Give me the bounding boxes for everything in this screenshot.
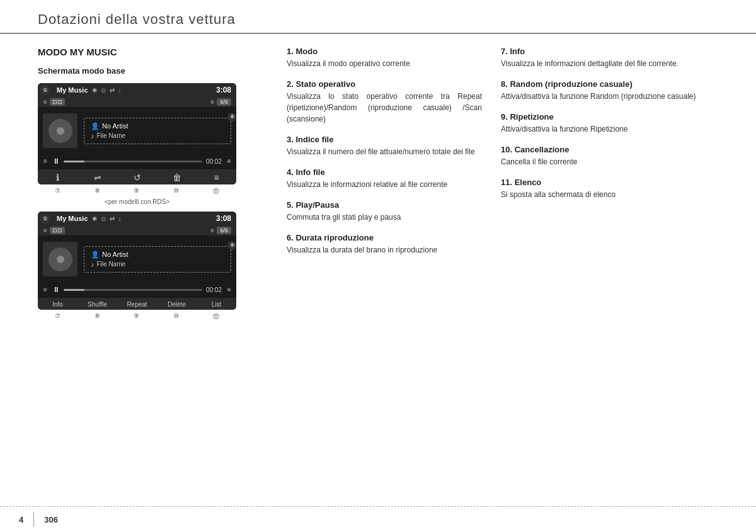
- screen1-btn-shuffle[interactable]: ⇌: [77, 173, 117, 183]
- screen1-note: <per modelli con RDS>: [38, 198, 236, 205]
- rdesc-8: 8. Random (riproduzione casuale) Attiva/…: [501, 79, 718, 102]
- screen2-sync-icon: ⊙: [101, 215, 106, 222]
- rdesc-9-title: 9. Ripetizione: [501, 112, 718, 122]
- desc-5: 5. Play/Pausa Commuta tra gli stati play…: [287, 200, 482, 223]
- screen1-title-area: My Music ✱ ⊙ ⇄ ↓: [43, 86, 122, 94]
- screen2-repeat-label: Repeat: [127, 301, 147, 308]
- delete-icon: 🗑: [157, 173, 197, 183]
- screen2-circle-4: ④: [227, 241, 236, 250]
- screen1-sub-left: ② ⊡⊡: [43, 98, 65, 106]
- middle-column: 1. Modo Visualizza il modo operativo cor…: [277, 47, 491, 321]
- screen2-track-box: ④ 👤 No Artist ♪ File Name: [84, 246, 231, 273]
- rdesc-9-body: Attiva/disattiva la funzione Ripetizione: [501, 123, 718, 135]
- screen2-btn-list[interactable]: List: [197, 301, 236, 308]
- circle-2-inline: ②: [43, 99, 47, 105]
- desc-2: 2. Stato operativo Visualizza lo stato o…: [287, 79, 482, 125]
- repeat-icon: ↺: [117, 173, 157, 183]
- rdesc-10-body: Cancella il file corrente: [501, 156, 718, 167]
- screen1-bottom-bar: ℹ ⇌ ↺ 🗑 ≡: [38, 169, 236, 184]
- screen1-time: 3:08: [216, 86, 231, 94]
- screen1-sync-icon: ⊙: [101, 87, 106, 94]
- screen2-top-bar: My Music ✱ ⊙ ⇄ ↓ 3:08: [38, 212, 236, 225]
- screen2-title: My Music: [57, 215, 88, 222]
- footer: 4 306: [0, 506, 756, 532]
- rdesc-11-title: 11. Elenco: [501, 178, 718, 187]
- rdesc-7-title: 7. Info: [501, 47, 718, 56]
- screen2-label-7: ⑦: [55, 312, 60, 321]
- screen1-btn-list[interactable]: ≡: [197, 173, 236, 183]
- desc-2-body: Visualizza lo stato operativo corrente t…: [287, 91, 482, 125]
- screen2-shuffle-label: Shuffle: [88, 301, 107, 308]
- screen1-play-pause[interactable]: ⏸: [52, 157, 60, 166]
- screen2-title-area: My Music ✱ ⊙ ⇄ ↓: [43, 215, 122, 222]
- screen2-down-icon: ↓: [118, 215, 122, 222]
- screen1-progress: ⑤ ⏸ 00:02 ⑥: [38, 154, 236, 169]
- screen1-top-bar: My Music ✱ ⊙ ⇄ ↓ 3:08: [38, 83, 236, 97]
- screen2-content: ④ 👤 No Artist ♪ File Name: [38, 235, 236, 283]
- screen1-btn-info[interactable]: ℹ: [38, 173, 77, 183]
- screen2-btn-shuffle[interactable]: Shuffle: [77, 301, 117, 308]
- screen2-sub-left: ② ⊡⊡: [43, 227, 65, 234]
- list-icon: ≡: [197, 173, 236, 183]
- screen2-delete-label: Delete: [168, 301, 186, 308]
- screen2-circle-2-inline: ②: [43, 228, 47, 234]
- screen2-info-label: Info: [52, 301, 63, 308]
- circle-1: ①: [40, 85, 50, 95]
- shuffle-icon: ⇌: [77, 173, 117, 183]
- music-screen-1: My Music ✱ ⊙ ⇄ ↓ 3:08 ② ⊡⊡: [38, 83, 236, 184]
- screen1-album-art-inner: [49, 119, 72, 143]
- circle-6-inline: ⑥: [227, 159, 231, 164]
- screen2-sub-right: ③ 6/6: [210, 227, 231, 234]
- screen1-filename: ♪ File Name: [91, 132, 224, 140]
- screen2-artist: 👤 No Artist: [91, 251, 224, 259]
- screen1-btn-delete[interactable]: 🗑: [157, 173, 197, 183]
- desc-4: 4. Info file Visualizza le informazioni …: [287, 167, 482, 190]
- rdesc-11: 11. Elenco Si sposta alla schermata di e…: [501, 178, 718, 200]
- screen2-progress-time: 00:02: [206, 286, 222, 293]
- screen2-sub-bar: ② ⊡⊡ ③ 6/6: [38, 225, 236, 235]
- rdesc-11-body: Si sposta alla schermata di elenco: [501, 189, 718, 200]
- rdesc-10-title: 10. Cancellazione: [501, 145, 718, 154]
- desc-3-body: Visualizza il numero del file attuale/nu…: [287, 146, 482, 157]
- screen1-content: ④ 👤 No Artist ♪ File Name: [38, 107, 236, 154]
- screen2-progress: ⑤ ⏸ 00:02 ⑥: [38, 283, 236, 298]
- desc-3: 3. Indice file Visualizza il numero del …: [287, 135, 482, 157]
- screen2-track-icon: ⊡⊡: [50, 227, 65, 234]
- main-content: MODO MY MUSIC Schermata modo base ① My M…: [0, 47, 756, 321]
- rdesc-9: 9. Ripetizione Attiva/disattiva la funzi…: [501, 112, 718, 135]
- screen2-filename: ♪ File Name: [91, 261, 224, 268]
- screen2-play-pause[interactable]: ⏸: [52, 285, 60, 294]
- desc-3-title: 3. Indice file: [287, 135, 482, 144]
- screen2-btn-repeat[interactable]: Repeat: [117, 301, 157, 308]
- desc-6: 6. Durata riproduzione Visualizza la dur…: [287, 233, 482, 256]
- screen1-btn-repeat[interactable]: ↺: [117, 173, 157, 183]
- footer-divider: [33, 512, 34, 527]
- screen1-album-art: [43, 113, 77, 148]
- label-8: ⑧: [94, 187, 100, 196]
- screen2-album-art-inner: [49, 247, 72, 271]
- screen2-btn-info[interactable]: Info: [38, 301, 77, 308]
- rdesc-7-body: Visualizza le informazioni dettagliate d…: [501, 58, 718, 69]
- desc-2-title: 2. Stato operativo: [287, 79, 482, 89]
- screen1-track-icon: ⊡⊡: [50, 98, 65, 106]
- circle-3-inline: ③: [210, 99, 214, 105]
- screen2-circle-6-inline: ⑥: [227, 287, 231, 293]
- desc-1-body: Visualizza il modo operativo corrente: [287, 58, 482, 69]
- page-title: Dotazioni della vostra vettura: [38, 11, 236, 27]
- page-wrapper: Dotazioni della vostra vettura MODO MY M…: [0, 0, 756, 532]
- screen2-arrow-icon: ⇄: [110, 215, 115, 222]
- section-title: MODO MY MUSIC: [38, 47, 265, 57]
- screen1-album-art-dot: [57, 127, 64, 135]
- screen1-labels-row: ⑦ ⑧ ⑨ ⑩ ⑪: [38, 187, 236, 196]
- screen1-sub-right: ③ 6/6: [210, 98, 231, 106]
- desc-6-body: Visualizza la durata del brano in riprod…: [287, 244, 482, 256]
- music-screen-2: My Music ✱ ⊙ ⇄ ↓ 3:08 ② ⊡⊡: [38, 212, 236, 310]
- screen2-time: 3:08: [216, 214, 231, 223]
- screen1-progress-time: 00:02: [206, 158, 222, 165]
- screen2-track-info: 👤 No Artist ♪ File Name: [84, 246, 231, 273]
- screen2-bt-icon: ✱: [92, 215, 97, 222]
- screen2-label-8: ⑧: [94, 312, 100, 321]
- screen1-bt-icon: ✱: [92, 87, 97, 94]
- screen2-btn-delete[interactable]: Delete: [157, 301, 197, 308]
- screen1-progress-fill: [64, 161, 84, 162]
